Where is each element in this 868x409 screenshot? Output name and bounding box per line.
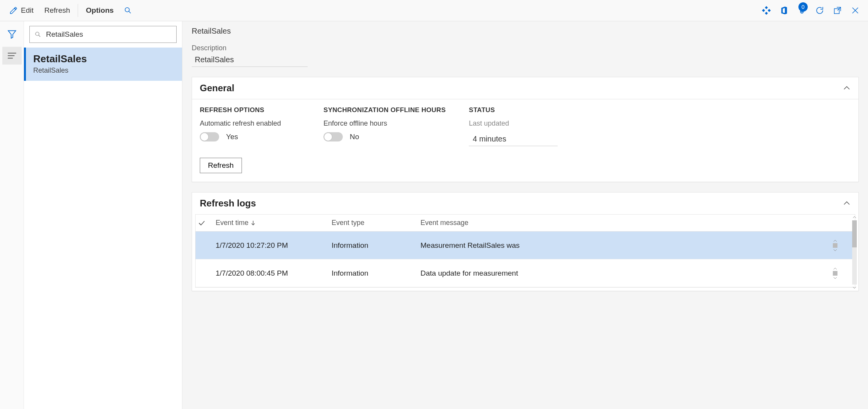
svg-line-1: [129, 11, 131, 13]
last-updated-label: Last updated: [469, 119, 569, 128]
last-updated-value: 4 minutes: [469, 131, 558, 146]
refresh-logs-title: Refresh logs: [200, 198, 256, 209]
list-search-box[interactable]: [29, 26, 177, 43]
chevron-up-icon: [843, 85, 851, 91]
table-row[interactable]: 1/7/2020 10:27:20 PM Information Measure…: [196, 232, 855, 259]
row-scroll-spinner[interactable]: [832, 267, 839, 279]
cell-event-time: 1/7/2020 08:00:45 PM: [213, 269, 329, 278]
list-item[interactable]: RetailSales RetailSales: [24, 48, 182, 81]
logs-scrollbar[interactable]: [851, 216, 858, 289]
popout-icon: [833, 6, 842, 15]
detail-panel: RetailSales Description RetailSales Gene…: [182, 21, 868, 409]
reload-icon: [815, 6, 824, 15]
funnel-icon: [7, 29, 17, 39]
list-lines-icon: [7, 52, 17, 60]
search-icon: [124, 6, 132, 15]
cell-event-time: 1/7/2020 10:27:20 PM: [213, 241, 329, 250]
description-label: Description: [192, 44, 859, 52]
status-column: STATUS Last updated 4 minutes: [469, 106, 569, 146]
list-rail-button[interactable]: [2, 47, 22, 65]
auto-refresh-toggle[interactable]: [200, 132, 219, 141]
status-head: STATUS: [469, 106, 569, 114]
diamond-grid-icon: [762, 6, 771, 15]
auto-refresh-label: Automatic refresh enabled: [200, 119, 300, 128]
general-section: General REFRESH OPTIONS Automatic refres…: [192, 77, 859, 182]
attachments-button[interactable]: 0: [793, 2, 811, 19]
col-event-message[interactable]: Event message: [418, 219, 832, 227]
refresh-logs-section: Refresh logs Event time: [192, 192, 859, 291]
search-icon: [34, 31, 41, 38]
sync-column: SYNCHRONIZATION OFFLINE HOURS Enforce of…: [323, 106, 446, 146]
refresh-logs-header[interactable]: Refresh logs: [192, 193, 858, 214]
table-row[interactable]: 1/7/2020 08:00:45 PM Information Data up…: [196, 259, 855, 287]
cell-event-type: Information: [329, 241, 418, 250]
cell-event-message: Measurement RetailSales was: [420, 241, 520, 250]
toolbar-separator: [78, 4, 78, 17]
filter-rail-button[interactable]: [2, 25, 22, 43]
cell-event-type: Information: [329, 269, 418, 278]
command-bar: Edit Refresh Options: [0, 0, 868, 21]
list-item-desc: RetailSales: [33, 66, 173, 75]
refresh-button[interactable]: Refresh: [200, 158, 242, 173]
svg-rect-2: [765, 6, 768, 9]
row-scroll-spinner[interactable]: [832, 239, 839, 252]
refresh-options-head: REFRESH OPTIONS: [200, 106, 300, 114]
options-label: Options: [86, 6, 114, 15]
svg-line-15: [39, 35, 40, 37]
reload-button[interactable]: [811, 2, 829, 19]
list-search-input[interactable]: [45, 30, 172, 39]
svg-rect-3: [762, 9, 765, 12]
select-all-header[interactable]: [196, 220, 213, 226]
enforce-offline-toggle[interactable]: [323, 132, 343, 141]
sync-head: SYNCHRONIZATION OFFLINE HOURS: [323, 106, 446, 114]
col-event-type[interactable]: Event type: [329, 219, 418, 227]
attachments-badge: 0: [798, 2, 808, 12]
pencil-icon: [9, 6, 18, 15]
col-event-time[interactable]: Event time: [213, 219, 329, 227]
sort-down-icon: [251, 220, 255, 226]
svg-marker-10: [8, 31, 16, 38]
enforce-offline-value: No: [350, 133, 359, 141]
refresh-logs-table: Event time Event type Event message 1/7/…: [195, 214, 855, 288]
office-button[interactable]: [775, 2, 793, 19]
office-icon: [780, 6, 788, 15]
svg-rect-5: [765, 12, 768, 15]
open-new-window-button[interactable]: [829, 2, 846, 19]
svg-point-0: [125, 8, 129, 12]
close-icon: [851, 6, 859, 15]
general-section-header[interactable]: General: [192, 77, 858, 99]
chevron-up-icon: [843, 201, 851, 206]
left-rail: [0, 21, 24, 409]
app-grid-button[interactable]: [757, 2, 775, 19]
list-panel: RetailSales RetailSales: [24, 21, 182, 409]
close-button[interactable]: [846, 2, 864, 19]
edit-label: Edit: [21, 6, 34, 15]
refresh-label-top: Refresh: [44, 6, 70, 15]
refresh-options-column: REFRESH OPTIONS Automatic refresh enable…: [200, 106, 300, 146]
general-section-title: General: [200, 83, 234, 94]
search-button[interactable]: [119, 2, 137, 19]
cell-event-message: Data update for measurement: [420, 269, 518, 278]
description-field[interactable]: RetailSales: [192, 53, 308, 67]
auto-refresh-value: Yes: [226, 133, 238, 141]
svg-rect-4: [768, 9, 771, 12]
logs-header-row: Event time Event type Event message: [196, 215, 855, 232]
svg-point-14: [36, 32, 39, 36]
edit-button[interactable]: Edit: [4, 0, 39, 21]
page-title: RetailSales: [192, 27, 859, 36]
options-button[interactable]: Options: [80, 0, 119, 21]
enforce-offline-label: Enforce offline hours: [323, 119, 446, 128]
list-item-name: RetailSales: [33, 53, 173, 65]
refresh-button-top[interactable]: Refresh: [39, 0, 76, 21]
